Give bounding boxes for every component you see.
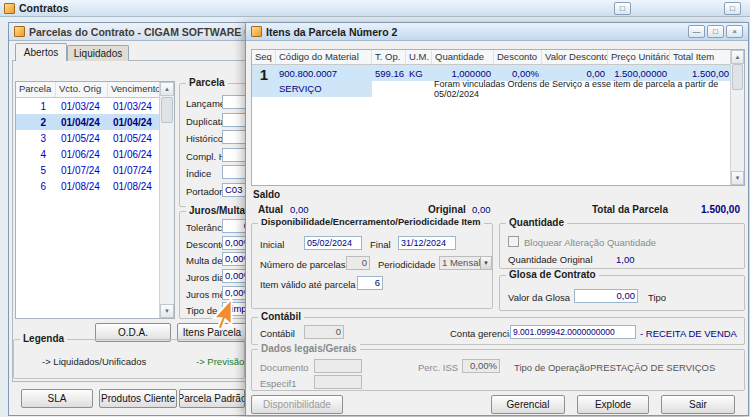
column-header-codigo[interactable]: Código do Material [276, 50, 372, 64]
explode-button[interactable]: Explode [577, 395, 649, 414]
parcela-row[interactable]: 4 01/06/24 01/06/24 [16, 146, 174, 162]
contratos-title: Contratos [19, 2, 69, 14]
especif1-label: Especif1 [260, 378, 296, 389]
contratos-titlebar[interactable]: Contratos □ □ [0, 0, 750, 17]
column-header-quantidade[interactable]: Quantidade [432, 50, 494, 64]
column-header-vencimento[interactable]: Vencimento [108, 82, 161, 97]
documento-label: Documento [260, 362, 309, 373]
scrollbar-thumb[interactable] [732, 64, 743, 90]
sla-button[interactable]: SLA [21, 389, 93, 408]
minimize-icon: — [693, 28, 701, 36]
minimize-button[interactable]: — [688, 25, 705, 38]
periodicidade-combo[interactable]: 1 Mensal▼ [439, 256, 492, 270]
parcela-row-selected[interactable]: 2 01/04/24 01/04/24 [16, 114, 174, 130]
valor-glosa-input[interactable]: 0,00 [574, 289, 638, 303]
vencimento: 01/06/24 [108, 149, 161, 160]
vencimento: 01/03/24 [108, 101, 161, 112]
bloquear-checkbox[interactable] [508, 236, 519, 247]
gerencial-button[interactable]: Gerencial [491, 395, 565, 414]
final-input[interactable]: 31/12/2024 [398, 236, 456, 250]
contratos-window-icon [4, 3, 15, 14]
parcela-number: 1 [16, 101, 56, 112]
tab-liquidados[interactable]: Liquidados [67, 45, 129, 61]
especif1-input[interactable] [314, 375, 362, 389]
item-desconto: 0,00% [494, 68, 542, 79]
maximize-button[interactable]: □ [707, 25, 724, 38]
scroll-down-button[interactable]: ▼ [731, 171, 744, 185]
produtos-cliente-button-label: Produtos Cliente [101, 393, 175, 404]
itens-titlebar[interactable]: Itens da Parcela Número 2 — □ × [246, 23, 748, 41]
perc-iss-label: Perc. ISS [418, 362, 458, 373]
item-valido-input[interactable]: 6 [357, 276, 383, 290]
parcelas-grid-scrollbar[interactable]: ▲ ▼ [159, 82, 174, 318]
item-quantidade: 1,000000 [432, 68, 494, 79]
column-header-valor-desconto[interactable]: Valor Desconto [542, 50, 608, 64]
tab-abertos[interactable]: Abertos [15, 43, 67, 61]
perc-iss-input[interactable]: 0,00% [462, 359, 500, 373]
close-button[interactable]: × [726, 25, 743, 38]
valor-glosa-label: Valor da Glosa [508, 292, 570, 303]
item-row[interactable]: 1 900.800.0007 599.16 KG 1,000000 0,00% … [252, 65, 744, 97]
historico-label: Histórico [186, 133, 223, 144]
scroll-down-icon: ▼ [164, 308, 170, 314]
glosa-group-title: Glosa de Contrato [506, 269, 599, 280]
vencimento: 01/07/24 [108, 165, 161, 176]
column-header-um[interactable]: U.M. [406, 50, 432, 64]
column-header-total-item[interactable]: Total Item [670, 50, 732, 64]
tab-liquidados-label: Liquidados [74, 48, 122, 59]
scroll-down-button[interactable]: ▼ [160, 304, 174, 318]
scroll-up-icon: ▲ [735, 54, 741, 60]
vcto-orig: 01/06/24 [56, 149, 108, 160]
close-icon: × [732, 28, 737, 36]
parcela-number: 6 [16, 181, 56, 192]
contabil-input[interactable]: 0 [304, 325, 344, 339]
parcela-row[interactable]: 3 01/05/24 01/05/24 [16, 130, 174, 146]
maximize-icon: □ [713, 28, 718, 36]
dados-legais-group: Dados legais/Gerais Documento Perc. ISS … [251, 349, 745, 391]
scroll-up-button[interactable]: ▲ [160, 82, 174, 96]
legenda-title: Legenda [20, 333, 67, 344]
column-header-desconto[interactable]: Desconto [494, 50, 542, 64]
scroll-up-button[interactable]: ▲ [731, 50, 744, 64]
parcela-row[interactable]: 1 01/03/24 01/03/24 [16, 98, 174, 114]
item-top: 599.16 [372, 68, 406, 79]
bloquear-label: Bloquear Alteração Quantidade [524, 237, 656, 248]
dados-legais-group-title: Dados legais/Gerais [258, 343, 360, 354]
parcela-number: 5 [16, 165, 56, 176]
scrollbar-thumb[interactable] [161, 97, 173, 123]
conta-gerencial-input[interactable]: 9.001.099942.0000000000 [510, 325, 636, 339]
column-header-seq[interactable]: Seq [252, 50, 276, 64]
desktop: Contratos □ □ Parcelas do Contrato - CIG… [0, 0, 750, 417]
documento-input[interactable] [314, 359, 362, 373]
itens-grid-scrollbar[interactable]: ▲ ▼ [730, 50, 744, 185]
vcto-orig: 01/04/24 [56, 117, 108, 128]
dropdown-icon: ▼ [480, 257, 491, 269]
mdi-restore-button[interactable]: □ [614, 2, 631, 15]
num-parcelas-label: Número de parcelas [260, 259, 346, 270]
column-header-vcto-orig[interactable]: Vcto. Orig [56, 82, 108, 97]
oda-button-label: O.D.A. [118, 327, 148, 338]
column-header-parcela[interactable]: Parcela [16, 82, 56, 97]
vcto-orig: 01/08/24 [56, 181, 108, 192]
inicial-input[interactable]: 05/02/2024 [304, 236, 362, 250]
parcela-row[interactable]: 6 01/08/24 01/08/24 [16, 178, 174, 194]
itens-grid: Seq Código do Material T. Op. U.M. Quant… [251, 49, 745, 186]
tipo-operacao-label: Tipo de Operação [514, 362, 590, 373]
tab-abertos-label: Abertos [24, 47, 58, 58]
scroll-up-icon: ▲ [164, 86, 170, 92]
num-parcelas-input[interactable]: 0 [346, 256, 370, 270]
saldo-original-value: 0,00 [472, 204, 491, 215]
sair-button[interactable]: Sair [661, 395, 735, 414]
sair-button-label: Sair [689, 399, 707, 410]
produtos-cliente-button[interactable]: Produtos Cliente [99, 389, 177, 408]
periodicidade-value: 1 Mensal [442, 257, 481, 268]
parcela-padrao-button[interactable]: Parcela Padrão [179, 389, 245, 408]
parcela-row[interactable]: 5 01/07/24 01/07/24 [16, 162, 174, 178]
column-header-top[interactable]: T. Op. [372, 50, 406, 64]
item-descricao: SERVIÇO [276, 81, 372, 97]
portador-label: Portador [186, 186, 222, 197]
app-restore-button[interactable]: □ [724, 2, 741, 15]
column-header-preco-unitario[interactable]: Preço Unitário [608, 50, 670, 64]
vcto-orig: 01/07/24 [56, 165, 108, 176]
disponibilidade-button[interactable]: Disponibilidade [251, 395, 343, 414]
